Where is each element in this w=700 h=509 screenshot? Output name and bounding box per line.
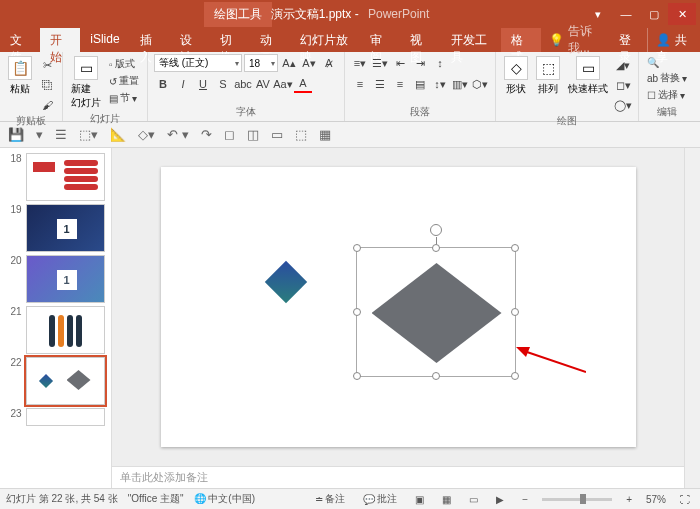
thumb-23[interactable]: 23 bbox=[6, 408, 105, 426]
shape-effects-button[interactable]: ◯▾ bbox=[614, 96, 632, 114]
shape-fill-button[interactable]: ◢▾ bbox=[614, 56, 632, 74]
tab-islide[interactable]: iSlide bbox=[80, 28, 129, 52]
resize-handle[interactable] bbox=[511, 244, 519, 252]
qat-btn[interactable]: ⬚ bbox=[295, 127, 307, 142]
thumb-18[interactable]: 18 bbox=[6, 153, 105, 201]
bold-button[interactable]: B bbox=[154, 75, 172, 93]
align-left-button[interactable]: ≡ bbox=[351, 75, 369, 93]
shapes-button[interactable]: ◇形状 bbox=[502, 54, 530, 98]
ribbon-options-icon[interactable]: ▾ bbox=[584, 3, 612, 25]
font-name-combo[interactable]: 等线 (正文) bbox=[154, 54, 242, 72]
zoom-level[interactable]: 57% bbox=[646, 494, 666, 505]
text-direction-button[interactable]: ↕ bbox=[431, 54, 449, 72]
undo-button[interactable]: ↶ ▾ bbox=[167, 127, 189, 142]
underline-button[interactable]: U bbox=[194, 75, 212, 93]
close-button[interactable]: ✕ bbox=[668, 3, 696, 25]
font-color-button[interactable]: A bbox=[294, 75, 312, 93]
shape-diamond-large[interactable] bbox=[372, 263, 502, 363]
find-button[interactable]: 🔍 bbox=[645, 56, 661, 69]
tab-insert[interactable]: 插入 bbox=[130, 28, 170, 52]
resize-handle[interactable] bbox=[432, 244, 440, 252]
tab-transition[interactable]: 切换 bbox=[210, 28, 250, 52]
italic-button[interactable]: I bbox=[174, 75, 192, 93]
replace-button[interactable]: ab 替换 ▾ bbox=[645, 70, 689, 86]
thumb-20[interactable]: 201 bbox=[6, 255, 105, 303]
zoom-out-button[interactable]: − bbox=[518, 492, 532, 507]
qat-btn[interactable]: ▾ bbox=[36, 127, 43, 142]
select-button[interactable]: ☐ 选择 ▾ bbox=[645, 87, 687, 103]
sorter-view-button[interactable]: ▦ bbox=[438, 492, 455, 507]
reading-view-button[interactable]: ▭ bbox=[465, 492, 482, 507]
qat-btn[interactable]: ☰ bbox=[55, 127, 67, 142]
clear-format-button[interactable]: A̷ bbox=[320, 54, 338, 72]
tab-design[interactable]: 设计 bbox=[170, 28, 210, 52]
share-button[interactable]: 👤 共享 bbox=[647, 28, 699, 52]
tab-dev[interactable]: 开发工具 bbox=[441, 28, 501, 52]
align-right-button[interactable]: ≡ bbox=[391, 75, 409, 93]
justify-button[interactable]: ▤ bbox=[411, 75, 429, 93]
indent-dec-button[interactable]: ⇤ bbox=[391, 54, 409, 72]
language-button[interactable]: 🌐 中文(中国) bbox=[194, 492, 255, 506]
smartart-button[interactable]: ⬡▾ bbox=[471, 75, 489, 93]
tab-file[interactable]: 文件 bbox=[0, 28, 40, 52]
comments-toggle[interactable]: 💬 批注 bbox=[359, 490, 401, 508]
columns-button[interactable]: ▥▾ bbox=[451, 75, 469, 93]
fit-window-button[interactable]: ⛶ bbox=[676, 492, 694, 507]
strike-button[interactable]: S bbox=[214, 75, 232, 93]
bullets-button[interactable]: ≡▾ bbox=[351, 54, 369, 72]
numbering-button[interactable]: ☰▾ bbox=[371, 54, 389, 72]
minimize-button[interactable]: — bbox=[612, 3, 640, 25]
qat-btn[interactable]: ◇▾ bbox=[138, 127, 155, 142]
tab-format[interactable]: 格式 bbox=[501, 28, 541, 52]
slideshow-view-button[interactable]: ▶ bbox=[492, 492, 508, 507]
shadow-button[interactable]: abc bbox=[234, 75, 252, 93]
notes-toggle[interactable]: ≐ 备注 bbox=[311, 490, 349, 508]
slide[interactable] bbox=[161, 167, 636, 447]
canvas[interactable] bbox=[112, 148, 684, 466]
slide-thumbnails[interactable]: 18 191 201 21 22 23 bbox=[0, 148, 112, 488]
normal-view-button[interactable]: ▣ bbox=[411, 492, 428, 507]
decrease-font-button[interactable]: A▾ bbox=[300, 54, 318, 72]
resize-handle[interactable] bbox=[432, 372, 440, 380]
shape-diamond-small[interactable] bbox=[264, 261, 306, 303]
zoom-slider[interactable] bbox=[542, 498, 612, 501]
indent-inc-button[interactable]: ⇥ bbox=[411, 54, 429, 72]
redo-button[interactable]: ↷ bbox=[201, 127, 212, 142]
qat-btn[interactable]: ⬚▾ bbox=[79, 127, 98, 142]
resize-handle[interactable] bbox=[353, 372, 361, 380]
shape-outline-button[interactable]: ◻▾ bbox=[614, 76, 632, 94]
save-button[interactable]: 💾 bbox=[8, 127, 24, 142]
tell-me[interactable]: 💡告诉我... bbox=[541, 28, 611, 52]
resize-handle[interactable] bbox=[353, 244, 361, 252]
paste-button[interactable]: 📋粘贴 bbox=[6, 54, 34, 98]
qat-btn[interactable]: ▦ bbox=[319, 127, 331, 142]
tab-slideshow[interactable]: 幻灯片放映 bbox=[290, 28, 360, 52]
qat-btn[interactable]: ◫ bbox=[247, 127, 259, 142]
zoom-in-button[interactable]: + bbox=[622, 492, 636, 507]
thumb-22[interactable]: 22 bbox=[6, 357, 105, 405]
new-slide-button[interactable]: ▭新建 幻灯片 bbox=[69, 54, 103, 112]
zoom-thumb[interactable] bbox=[580, 494, 586, 504]
line-spacing-button[interactable]: ↕▾ bbox=[431, 75, 449, 93]
qat-btn[interactable]: ▭ bbox=[271, 127, 283, 142]
reset-button[interactable]: ↺ 重置 bbox=[107, 73, 141, 89]
format-painter-button[interactable]: 🖌 bbox=[38, 96, 56, 114]
maximize-button[interactable]: ▢ bbox=[640, 3, 668, 25]
spacing-button[interactable]: AV bbox=[254, 75, 272, 93]
tab-home[interactable]: 开始 bbox=[40, 28, 80, 52]
qat-btn[interactable]: 📐 bbox=[110, 127, 126, 142]
copy-button[interactable]: ⿻ bbox=[38, 76, 56, 94]
align-center-button[interactable]: ☰ bbox=[371, 75, 389, 93]
section-button[interactable]: ▤ 节 ▾ bbox=[107, 90, 141, 106]
resize-handle[interactable] bbox=[353, 308, 361, 316]
cut-button[interactable]: ✂ bbox=[38, 56, 56, 74]
tab-view[interactable]: 视图 bbox=[400, 28, 440, 52]
resize-handle[interactable] bbox=[511, 308, 519, 316]
change-case-button[interactable]: Aa▾ bbox=[274, 75, 292, 93]
arrange-button[interactable]: ⬚排列 bbox=[534, 54, 562, 98]
rotation-handle[interactable] bbox=[430, 224, 442, 236]
font-size-combo[interactable]: 18 bbox=[244, 54, 278, 72]
qat-btn[interactable]: ◻ bbox=[224, 127, 235, 142]
increase-font-button[interactable]: A▴ bbox=[280, 54, 298, 72]
layout-button[interactable]: ▫ 版式 bbox=[107, 56, 141, 72]
